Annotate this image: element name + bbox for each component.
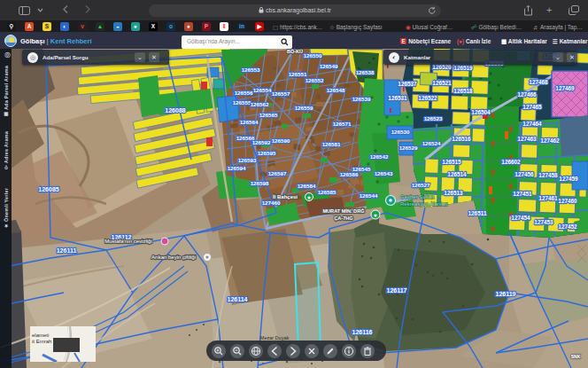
svg-text:126524: 126524 <box>422 140 441 146</box>
svg-text:127466: 127466 <box>517 91 537 98</box>
svg-text:126529: 126529 <box>399 145 418 151</box>
svg-text:126581: 126581 <box>322 141 341 147</box>
svg-text:127461: 127461 <box>538 195 558 201</box>
svg-text:★: ★ <box>306 195 311 200</box>
svg-text:126522: 126522 <box>418 95 437 101</box>
svg-text:126597: 126597 <box>268 170 287 176</box>
svg-text:126504: 126504 <box>471 109 491 115</box>
svg-text:BÖ-KÜ: BÖ-KÜ <box>287 49 303 54</box>
svg-text:126542: 126542 <box>370 153 389 160</box>
svg-text:ÇA-7HG: ÇA-7HG <box>334 215 352 221</box>
svg-text:126518: 126518 <box>453 88 473 94</box>
svg-text:126548: 126548 <box>327 87 345 93</box>
svg-text:127462: 127462 <box>540 137 560 144</box>
svg-text:126557: 126557 <box>272 90 290 97</box>
svg-text:126585: 126585 <box>318 189 337 195</box>
svg-text:126593: 126593 <box>238 157 257 163</box>
svg-text:126537: 126537 <box>398 81 417 87</box>
svg-text:126516: 126516 <box>452 136 471 142</box>
svg-text:126523: 126523 <box>424 115 443 121</box>
svg-text:126521: 126521 <box>432 80 452 86</box>
svg-text:127458: 127458 <box>538 172 558 178</box>
svg-text:SNK: SNK <box>571 354 581 359</box>
svg-text:126586: 126586 <box>340 171 359 177</box>
svg-text:127456: 127456 <box>514 171 534 177</box>
svg-text:126514: 126514 <box>447 171 467 177</box>
svg-text:126551: 126551 <box>289 71 307 77</box>
svg-text:126538: 126538 <box>356 69 375 75</box>
svg-text:126584: 126584 <box>298 183 316 189</box>
svg-text:127460: 127460 <box>262 200 281 206</box>
svg-text:126543: 126543 <box>375 170 393 176</box>
svg-text:126511: 126511 <box>468 210 487 216</box>
svg-text:Gevher Sultan: Gevher Sultan <box>400 194 434 200</box>
svg-text:127460: 127460 <box>558 198 577 204</box>
svg-text:127451: 127451 <box>513 191 532 197</box>
svg-text:126598: 126598 <box>251 180 269 186</box>
svg-text:126592: 126592 <box>252 139 271 145</box>
svg-text:Rekreasyon Alanları: Rekreasyon Alanları <box>400 201 448 207</box>
svg-text:126553: 126553 <box>242 67 260 73</box>
svg-text:126564: 126564 <box>240 119 259 125</box>
svg-text:126602: 126602 <box>501 159 521 165</box>
svg-text:126556: 126556 <box>235 90 253 96</box>
svg-text:126519: 126519 <box>453 65 473 71</box>
svg-text:126111: 126111 <box>57 247 77 254</box>
svg-text:126114: 126114 <box>228 296 248 302</box>
svg-text:126594: 126594 <box>228 165 246 171</box>
svg-text:127468: 127468 <box>529 79 548 85</box>
svg-text:126549: 126549 <box>320 63 338 69</box>
svg-text:MURAT MİN. DRĞ: MURAT MİN. DRĞ <box>322 207 364 214</box>
svg-text:127464: 127464 <box>522 121 542 127</box>
svg-text:126117: 126117 <box>387 287 407 294</box>
svg-text:126554: 126554 <box>253 87 272 93</box>
svg-text:126590: 126590 <box>272 137 290 144</box>
svg-text:126116: 126116 <box>352 329 373 335</box>
svg-text:126552: 126552 <box>306 77 324 83</box>
svg-text:127454: 127454 <box>511 215 530 221</box>
svg-text:126565: 126565 <box>259 112 278 118</box>
svg-text:127453: 127453 <box>534 219 553 225</box>
svg-text:126562: 126562 <box>251 101 269 107</box>
svg-text:127452: 127452 <box>558 223 577 230</box>
svg-text:127465: 127465 <box>522 104 542 110</box>
svg-text:127463: 127463 <box>517 136 537 142</box>
svg-text:126515: 126515 <box>442 159 461 165</box>
svg-text:126555: 126555 <box>233 99 251 106</box>
svg-text:126550: 126550 <box>304 52 322 59</box>
svg-text:Arıkan beyin çiftliği: Arıkan beyin çiftliği <box>151 254 196 260</box>
svg-text:126544: 126544 <box>360 192 378 199</box>
svg-text:126530: 126530 <box>391 129 410 135</box>
svg-text:126539: 126539 <box>352 96 371 102</box>
svg-text:126527: 126527 <box>412 182 430 188</box>
svg-text:126520: 126520 <box>432 64 452 70</box>
svg-text:127469: 127469 <box>555 85 575 91</box>
svg-text:127459: 127459 <box>559 176 578 182</box>
svg-text:126513: 126513 <box>444 190 463 196</box>
svg-text:126085: 126085 <box>38 186 58 192</box>
svg-text:Mustafa'nın cevizliği: Mustafa'nın cevizliği <box>104 239 152 244</box>
svg-text:★: ★ <box>373 213 377 218</box>
svg-text:126531: 126531 <box>388 95 407 101</box>
svg-text:126119: 126119 <box>496 291 516 297</box>
svg-text:126559: 126559 <box>295 105 313 111</box>
svg-text:İl Bahçesi: İl Bahçesi <box>273 194 298 200</box>
svg-text:126088: 126088 <box>165 107 185 114</box>
svg-text:126571: 126571 <box>333 121 352 127</box>
svg-text:126595: 126595 <box>258 150 276 156</box>
